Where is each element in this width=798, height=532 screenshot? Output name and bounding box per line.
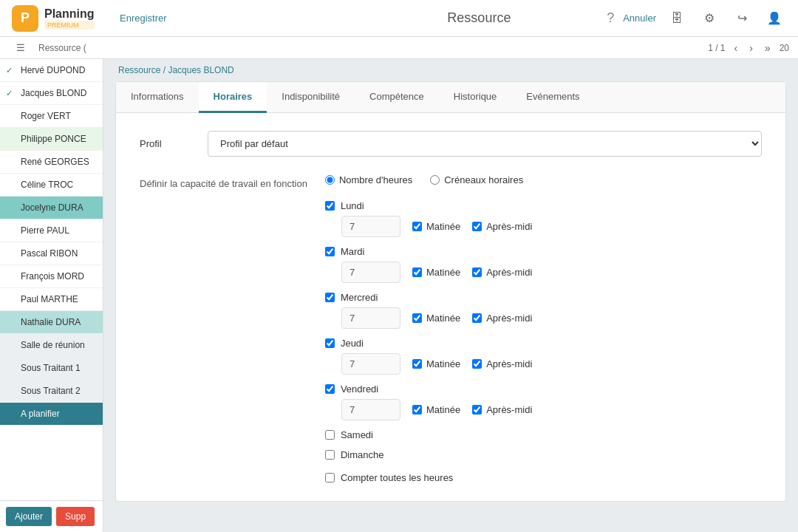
add-button[interactable]: Ajouter <box>6 507 52 526</box>
sidebar-bottom: Ajouter Supp <box>0 500 103 532</box>
hours-input-jeudi[interactable] <box>341 353 400 375</box>
sidebar-label-5: Céline TROC <box>21 180 73 190</box>
day-checkbox-jeudi[interactable] <box>325 338 335 348</box>
sidebar-label-10: Paul MARTHE <box>21 294 78 304</box>
settings-icon[interactable]: ⚙ <box>698 7 721 30</box>
sidebar-label-4: René GEORGES <box>21 157 89 167</box>
matinee-checkbox-lundi[interactable] <box>412 222 422 231</box>
sidebar-item-13[interactable]: Sous Traitant 1 <box>0 357 103 380</box>
sidebar-label-15: A planifier <box>21 409 60 419</box>
sidebar-item-8[interactable]: Pascal RIBON <box>0 242 103 265</box>
day-block-mardi: Mardi Matinée Après-midi <box>325 246 762 283</box>
apresmidi-checkbox-mardi[interactable] <box>472 267 482 277</box>
save-link[interactable]: Enregistrer <box>120 13 167 24</box>
day-block-jeudi: Jeudi Matinée Après-midi <box>325 338 762 375</box>
day-row-jeudi: Matinée Après-midi <box>325 353 762 375</box>
day-checkbox-dimanche[interactable] <box>325 450 335 460</box>
day-block-lundi: Lundi Matinée Après-midi <box>325 200 762 237</box>
day-block-dimanche: Dimanche <box>325 449 762 460</box>
help-icon[interactable]: ? <box>607 10 614 26</box>
sidebar-item-0[interactable]: ✓Hervé DUPOND <box>0 59 103 82</box>
day-checkbox-mercredi[interactable] <box>325 293 335 302</box>
apresmidi-checkbox-jeudi[interactable] <box>472 359 482 369</box>
sidebar-label-11: Nathalie DURA <box>21 317 81 327</box>
tab-historique[interactable]: Historique <box>439 82 512 113</box>
sidebar-item-11[interactable]: Nathalie DURA <box>0 311 103 334</box>
sidebar-item-2[interactable]: Roger VERT <box>0 105 103 128</box>
sidebar-item-5[interactable]: Céline TROC <box>0 174 103 197</box>
day-checkbox-lundi[interactable] <box>325 201 335 211</box>
hours-input-mardi[interactable] <box>341 262 400 283</box>
resource-label: Ressource ( <box>38 43 86 53</box>
sidebar-item-1[interactable]: ✓Jacques BLOND <box>0 82 103 105</box>
apresmidi-label-mardi: Après-midi <box>486 267 532 278</box>
next-page[interactable]: › <box>746 41 756 55</box>
count-hours-checkbox[interactable] <box>325 473 335 482</box>
sidebar-check-1: ✓ <box>6 89 16 98</box>
day-checkbox-mardi[interactable] <box>325 247 335 256</box>
user-icon[interactable]: 👤 <box>763 7 786 30</box>
sidebar-label-13: Sous Traitant 1 <box>21 363 81 373</box>
hours-input-mercredi[interactable] <box>341 307 400 329</box>
logo: P Planning PREMIUM <box>12 5 108 32</box>
matinee-checkbox-mardi[interactable] <box>412 267 422 277</box>
matinee-checkbox-vendredi[interactable] <box>412 405 422 415</box>
capacity-section: Définir la capacité de travail en foncti… <box>140 174 762 483</box>
apresmidi-label-vendredi: Après-midi <box>486 404 532 415</box>
matinee-checkbox-jeudi[interactable] <box>412 359 422 369</box>
prev-page[interactable]: ‹ <box>732 41 741 55</box>
sidebar-label-0: Hervé DUPOND <box>21 65 85 75</box>
sidebar-label-1: Jacques BLOND <box>21 88 86 98</box>
sidebar-label-9: François MORD <box>21 271 84 282</box>
tab-horaires[interactable]: Horaires <box>199 82 267 113</box>
sidebar-item-6[interactable]: Jocelyne DURA <box>0 197 103 219</box>
matinee-option-mardi: Matinée <box>412 267 460 278</box>
day-label-vendredi: Vendredi <box>341 383 378 395</box>
day-checkbox-samedi[interactable] <box>325 430 335 440</box>
capacity-content: Nombre d'heuresCréneaux horaires Lundi M… <box>325 174 762 483</box>
day-row-mardi: Matinée Après-midi <box>325 262 762 283</box>
share-icon[interactable]: ↪ <box>730 7 754 30</box>
sidebar-item-7[interactable]: Pierre PAUL <box>0 219 103 242</box>
sidebar-item-9[interactable]: François MORD <box>0 265 103 288</box>
database-icon[interactable]: 🗄 <box>665 7 689 30</box>
apresmidi-option-jeudi: Après-midi <box>472 358 532 369</box>
radio-creneaux[interactable]: Créneaux horaires <box>430 174 523 185</box>
apresmidi-option-mercredi: Après-midi <box>472 313 532 324</box>
tab-competence[interactable]: Compétence <box>355 82 439 113</box>
count-hours-row: Compter toutes les heures <box>325 472 762 483</box>
apresmidi-checkbox-mercredi[interactable] <box>472 313 482 323</box>
radio-nb_heures[interactable]: Nombre d'heures <box>325 174 412 185</box>
apresmidi-checkbox-vendredi[interactable] <box>472 405 482 415</box>
sidebar-item-15[interactable]: A planifier <box>0 403 103 426</box>
page-count: 20 <box>780 43 789 53</box>
breadcrumb-root[interactable]: Ressource <box>118 65 160 75</box>
profil-select[interactable]: Profil par défaut <box>208 131 762 157</box>
apresmidi-label-jeudi: Après-midi <box>486 358 532 369</box>
hours-input-vendredi[interactable] <box>341 399 400 420</box>
matinee-checkbox-mercredi[interactable] <box>412 313 422 323</box>
day-label-mercredi: Mercredi <box>341 292 378 303</box>
cancel-link[interactable]: Annuler <box>623 13 656 24</box>
sidebar-item-4[interactable]: René GEORGES <box>0 151 103 174</box>
tab-informations[interactable]: Informations <box>116 82 199 113</box>
day-label-jeudi: Jeudi <box>341 338 364 349</box>
apresmidi-label-lundi: Après-midi <box>486 221 532 232</box>
sidebar-item-10[interactable]: Paul MARTHE <box>0 288 103 311</box>
day-block-vendredi: Vendredi Matinée Après-midi <box>325 383 762 420</box>
tab-evenements[interactable]: Evénements <box>511 82 594 113</box>
sidebar-item-3[interactable]: Philippe PONCE <box>0 128 103 151</box>
hours-input-lundi[interactable] <box>341 216 400 237</box>
last-page[interactable]: » <box>762 41 774 55</box>
day-row-lundi: Matinée Après-midi <box>325 216 762 237</box>
day-checkbox-vendredi[interactable] <box>325 384 335 394</box>
tab-indisponibilite[interactable]: Indisponibilité <box>267 82 355 113</box>
sidebar-item-12[interactable]: Salle de réunion <box>0 334 103 357</box>
delete-button[interactable]: Supp <box>56 507 95 526</box>
menu-toggle[interactable]: ☰ <box>9 36 33 60</box>
apresmidi-option-vendredi: Après-midi <box>472 404 532 415</box>
resource-card: InformationsHorairesIndisponibilitéCompé… <box>115 81 786 502</box>
apresmidi-checkbox-lundi[interactable] <box>472 222 482 231</box>
matinee-option-jeudi: Matinée <box>412 358 460 369</box>
sidebar-item-14[interactable]: Sous Traitant 2 <box>0 380 103 403</box>
